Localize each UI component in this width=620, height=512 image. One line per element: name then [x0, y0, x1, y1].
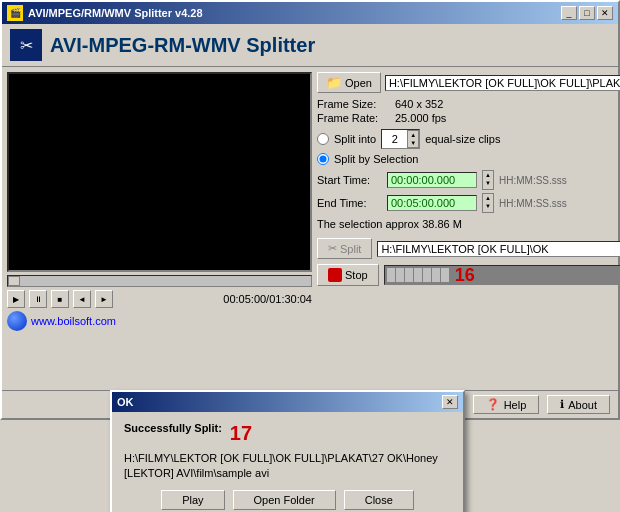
folder-icon: 📁	[326, 75, 342, 90]
app-header: ✂ AVI-MPEG-RM-WMV Splitter	[2, 24, 618, 67]
dialog-success-label: Successfully Split:	[124, 422, 222, 434]
approx-text: The selection approx 38.86 M	[317, 218, 620, 230]
dialog-success-row: Successfully Split: 17	[124, 422, 451, 445]
progress-seg-5	[423, 268, 431, 282]
ok-dialog: OK ✕ Successfully Split: 17 H:\FILMY\LEK…	[110, 390, 465, 512]
start-time-arrows: ▲ ▼	[482, 170, 494, 190]
start-time-down[interactable]: ▼	[483, 179, 493, 187]
start-time-format: HH:MM:SS.sss	[499, 175, 567, 186]
split-into-row: Split into ▲ ▼ equal-size clips	[317, 129, 620, 149]
dialog-open-folder-button[interactable]: Open Folder	[233, 490, 336, 510]
file-info-block: Frame Size: 640 x 352 Frame Rate: 25.000…	[317, 98, 620, 124]
stop-button[interactable]: Stop	[317, 264, 379, 286]
split-by-selection-label: Split by Selection	[334, 153, 418, 165]
progress-bar: 16	[384, 265, 620, 285]
title-bar-left: 🎬 AVI/MPEG/RM/WMV Splitter v4.28	[7, 5, 203, 21]
frame-size-label: Frame Size:	[317, 98, 387, 110]
frame-rate-row: Frame Rate: 25.000 fps	[317, 112, 620, 124]
video-panel: ▶ ⏸ ■ ◄ ► 00:05:00/01:30:04 www.boilsoft…	[7, 72, 312, 331]
dialog-close-btn[interactable]: Close	[344, 490, 414, 510]
progress-seg-6	[432, 268, 440, 282]
progress-seg-3	[405, 268, 413, 282]
stop-button[interactable]: ■	[51, 290, 69, 308]
time-display: 00:05:00/01:30:04	[223, 293, 312, 305]
dialog-buttons: Play Open Folder Close	[124, 490, 451, 510]
open-row: 📁 Open H:\FILMY\LEKTOR [OK FULL]\OK FULL…	[317, 72, 620, 93]
seek-bar[interactable]	[7, 275, 312, 287]
split-button[interactable]: ✂ Split	[317, 238, 372, 259]
end-time-input[interactable]	[387, 195, 477, 211]
dialog-play-button[interactable]: Play	[161, 490, 224, 510]
progress-number: 16	[455, 265, 475, 286]
right-panel: 📁 Open H:\FILMY\LEKTOR [OK FULL]\OK FULL…	[317, 72, 620, 331]
end-time-up[interactable]: ▲	[483, 194, 493, 202]
website-link[interactable]: www.boilsoft.com	[31, 315, 116, 327]
spin-down[interactable]: ▼	[408, 139, 418, 147]
split-row: ✂ Split H:\FILMY\LEKTOR [OK FULL]\OK	[317, 238, 620, 259]
progress-seg-4	[414, 268, 422, 282]
minimize-button[interactable]: _	[561, 6, 577, 20]
open-button[interactable]: 📁 Open	[317, 72, 381, 93]
about-icon: ℹ	[560, 398, 564, 411]
pause-button[interactable]: ⏸	[29, 290, 47, 308]
seek-thumb[interactable]	[8, 276, 20, 286]
spin-arrows: ▲ ▼	[407, 130, 419, 148]
maximize-button[interactable]: □	[579, 6, 595, 20]
prev-frame-button[interactable]: ◄	[73, 290, 91, 308]
dialog-file-path: H:\FILMY\LEKTOR [OK FULL]\OK FULL]\PLAKA…	[124, 451, 451, 482]
start-time-up[interactable]: ▲	[483, 171, 493, 179]
time-section: Start Time: ▲ ▼ HH:MM:SS.sss End Time: ▲…	[317, 170, 620, 230]
app-icon: 🎬	[7, 5, 23, 21]
title-bar-text: AVI/MPEG/RM/WMV Splitter v4.28	[28, 7, 203, 19]
progress-seg-7	[441, 268, 449, 282]
end-time-label: End Time:	[317, 197, 382, 209]
dialog-content: Successfully Split: 17 H:\FILMY\LEKTOR […	[112, 412, 463, 512]
radio-section: Split into ▲ ▼ equal-size clips Split by…	[317, 129, 620, 165]
logo-ball	[7, 311, 27, 331]
app-title: AVI-MPEG-RM-WMV Splitter	[50, 34, 315, 57]
stop-row: Stop 16	[317, 264, 620, 286]
next-frame-button[interactable]: ►	[95, 290, 113, 308]
end-time-arrows: ▲ ▼	[482, 193, 494, 213]
logo-icon: ✂	[10, 29, 42, 61]
dialog-number: 17	[230, 422, 252, 445]
title-bar-controls: _ □ ✕	[561, 6, 613, 20]
video-controls: ▶ ⏸ ■ ◄ ► 00:05:00/01:30:04	[7, 290, 312, 308]
file-path-display: H:\FILMY\LEKTOR [OK FULL]\OK FULL]\PLAKA…	[385, 75, 620, 91]
frame-size-row: Frame Size: 640 x 352	[317, 98, 620, 110]
split-count-spinner[interactable]: ▲ ▼	[381, 129, 420, 149]
split-by-selection-radio[interactable]	[317, 153, 329, 165]
end-time-row: End Time: ▲ ▼ HH:MM:SS.sss	[317, 193, 620, 213]
end-time-format: HH:MM:SS.sss	[499, 198, 567, 209]
frame-rate-value: 25.000 fps	[395, 112, 446, 124]
start-time-row: Start Time: ▲ ▼ HH:MM:SS.sss	[317, 170, 620, 190]
play-button[interactable]: ▶	[7, 290, 25, 308]
title-bar: 🎬 AVI/MPEG/RM/WMV Splitter v4.28 _ □ ✕	[2, 2, 618, 24]
split-by-selection-row: Split by Selection	[317, 153, 620, 165]
progress-seg-1	[387, 268, 395, 282]
frame-rate-label: Frame Rate:	[317, 112, 387, 124]
end-time-down[interactable]: ▼	[483, 202, 493, 210]
main-window: 🎬 AVI/MPEG/RM/WMV Splitter v4.28 _ □ ✕ ✂…	[0, 0, 620, 420]
scissors-icon: ✂	[328, 242, 337, 255]
dialog-close-button[interactable]: ✕	[442, 395, 458, 409]
stop-icon	[328, 268, 342, 282]
dialog-title-bar: OK ✕	[112, 392, 463, 412]
video-display	[7, 72, 312, 272]
website-row: www.boilsoft.com	[7, 311, 312, 331]
start-time-input[interactable]	[387, 172, 477, 188]
split-count-input[interactable]	[382, 133, 407, 145]
help-icon: ❓	[486, 398, 500, 411]
progress-seg-2	[396, 268, 404, 282]
start-time-label: Start Time:	[317, 174, 382, 186]
spin-up[interactable]: ▲	[408, 131, 418, 139]
split-into-radio[interactable]	[317, 133, 329, 145]
frame-size-value: 640 x 352	[395, 98, 443, 110]
content-area: ▶ ⏸ ■ ◄ ► 00:05:00/01:30:04 www.boilsoft…	[2, 67, 618, 336]
close-button[interactable]: ✕	[597, 6, 613, 20]
output-path-display: H:\FILMY\LEKTOR [OK FULL]\OK	[377, 241, 620, 257]
about-button[interactable]: ℹ About	[547, 395, 610, 414]
help-button[interactable]: ❓ Help	[473, 395, 540, 414]
split-into-label: Split into	[334, 133, 376, 145]
dialog-title-text: OK	[117, 396, 134, 408]
